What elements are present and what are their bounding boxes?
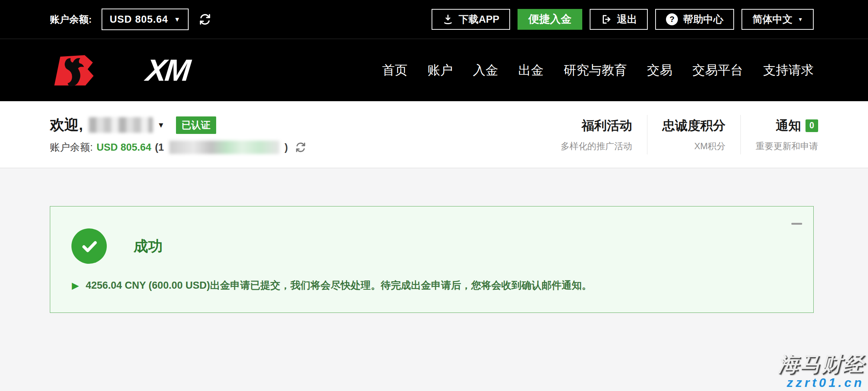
refresh-balance-button[interactable] <box>198 13 212 26</box>
xm-bull-icon <box>50 54 145 87</box>
widget-loyalty-points[interactable]: 忠诚度积分 XM积分 <box>647 115 740 154</box>
blurred-username <box>89 117 153 133</box>
refresh-icon <box>295 141 307 153</box>
language-label: 简体中文 <box>752 13 792 26</box>
account-number-suffix: ) <box>285 142 288 153</box>
nav-item-home[interactable]: 首页 <box>382 62 407 79</box>
collapse-card-button[interactable] <box>791 223 802 225</box>
help-center-label: 帮助中心 <box>683 13 723 26</box>
question-mark-icon: ? <box>666 13 678 25</box>
balance-value: USD 805.64 <box>110 14 168 25</box>
refresh-account-button[interactable] <box>295 141 307 153</box>
widget-promotions-title: 福利活动 <box>561 117 632 134</box>
nav-item-trading[interactable]: 交易 <box>647 62 672 79</box>
widget-loyalty-subtitle: XM积分 <box>662 140 726 152</box>
primary-navigation: 首页 账户 入金 出金 研究与教育 交易 交易平台 支持请求 <box>382 62 814 79</box>
account-balance-label: 账户余额: <box>50 13 92 26</box>
balance-account-dropdown[interactable]: USD 805.64 ▼ <box>102 9 189 30</box>
widget-notifications-title: 通知 <box>776 117 801 134</box>
logout-icon <box>600 14 612 25</box>
language-selector-button[interactable]: 简体中文 ▼ <box>742 9 814 30</box>
chevron-down-icon: ▼ <box>157 121 165 129</box>
balance-label: 账户余额: <box>50 141 93 154</box>
success-alert-card: 成功 ▶ 4256.04 CNY (600.00 USD)出金申请已提交，我们将… <box>50 206 814 313</box>
logout-button[interactable]: 退出 <box>590 9 648 30</box>
withdrawal-success-message: 4256.04 CNY (600.00 USD)出金申请已提交，我们将会尽快处理… <box>86 279 592 292</box>
notification-count-badge: 0 <box>805 119 818 132</box>
chevron-down-icon: ▼ <box>798 17 803 22</box>
widget-notifications[interactable]: 通知 0 重要更新和申请 <box>740 115 818 154</box>
nav-item-support[interactable]: 支持请求 <box>763 62 814 79</box>
refresh-icon <box>198 13 212 26</box>
nav-item-deposit[interactable]: 入金 <box>473 62 498 79</box>
blurred-account-number <box>169 141 279 154</box>
widget-loyalty-title: 忠诚度积分 <box>662 117 726 134</box>
main-nav-bar: XM 首页 账户 入金 出金 研究与教育 交易 交易平台 支持请求 <box>0 39 868 101</box>
welcome-strip: 欢迎, ▼ 已认证 账户余额: USD 805.64 (1 ) <box>0 101 868 168</box>
xm-logo[interactable]: XM <box>50 54 189 87</box>
balance-amount: USD 805.64 <box>97 142 151 153</box>
nav-item-withdraw[interactable]: 出金 <box>518 62 544 79</box>
help-center-button[interactable]: ? 帮助中心 <box>655 9 734 30</box>
chevron-down-icon: ▼ <box>174 16 180 23</box>
main-content: 成功 ▶ 4256.04 CNY (600.00 USD)出金申请已提交，我们将… <box>0 168 868 391</box>
xm-logo-text: XM <box>145 55 191 86</box>
download-app-label: 下载APP <box>459 13 500 26</box>
username-dropdown[interactable]: ▼ <box>89 117 165 133</box>
download-app-button[interactable]: 下载APP <box>432 9 510 30</box>
widget-promotions[interactable]: 福利活动 多样化的推广活动 <box>546 115 647 154</box>
top-utility-bar: 账户余额: USD 805.64 ▼ 下载APP <box>0 0 868 39</box>
widget-notifications-subtitle: 重要更新和申请 <box>756 140 818 152</box>
nav-item-account[interactable]: 账户 <box>427 62 453 79</box>
bullet-triangle-icon: ▶ <box>72 281 79 290</box>
quick-deposit-label: 便捷入金 <box>528 12 571 27</box>
nav-item-research-education[interactable]: 研究与教育 <box>564 62 627 79</box>
widget-promotions-subtitle: 多样化的推广活动 <box>561 140 632 152</box>
welcome-greeting: 欢迎, <box>50 115 83 135</box>
account-number-prefix: (1 <box>155 142 164 153</box>
download-icon <box>442 14 454 25</box>
success-check-icon <box>71 228 107 264</box>
nav-item-platforms[interactable]: 交易平台 <box>692 62 743 79</box>
logout-label: 退出 <box>617 13 637 26</box>
success-title: 成功 <box>134 236 163 256</box>
verified-badge: 已认证 <box>176 116 216 134</box>
quick-deposit-button[interactable]: 便捷入金 <box>518 9 582 30</box>
